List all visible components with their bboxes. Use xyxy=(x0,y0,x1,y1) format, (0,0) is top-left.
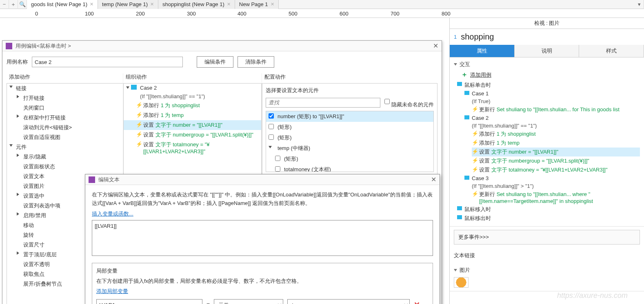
tree-group-links[interactable]: 链接 xyxy=(7,84,123,93)
list-item[interactable]: (矩形) xyxy=(266,154,433,164)
delete-icon[interactable]: ✕ xyxy=(414,300,420,304)
tab-notes[interactable]: 说明 xyxy=(515,45,580,57)
close-icon[interactable]: ✕ xyxy=(431,176,436,183)
ruler: 0 100 200 300 400 500 600 700 800 xyxy=(0,9,644,18)
tree-item[interactable]: 在框架中打开链接 xyxy=(7,113,123,123)
close-icon[interactable]: ✕ xyxy=(150,2,154,7)
case-node[interactable]: Case 1 xyxy=(464,90,640,97)
close-icon[interactable]: ✕ xyxy=(271,2,274,7)
widget-list[interactable]: number (矩形) to "[[LVAR1]]" (矩形) (矩形) tem… xyxy=(266,111,434,172)
checkbox[interactable] xyxy=(269,124,274,129)
page-title: shopping xyxy=(461,32,494,42)
text-link-section: 文本链接 xyxy=(450,248,644,263)
dialog-title: 编辑文本 xyxy=(98,176,431,183)
case-condition: (If "[[Item.shuliang]]" == "1") xyxy=(464,122,640,130)
case-node[interactable]: Case 2 xyxy=(464,114,640,122)
expression-textarea[interactable]: [[LVAR1]] xyxy=(92,220,433,256)
action-row[interactable]: ⚡设置 文字于 totalmoney = "¥[[LVAR1+LVAR2+LVA… xyxy=(472,165,640,174)
app-logo-icon xyxy=(6,43,12,49)
tab-newpage[interactable]: New Page 1✕ xyxy=(235,0,279,9)
checkbox[interactable] xyxy=(275,166,280,172)
add-actions-header: 添加动作 xyxy=(7,73,123,81)
bolt-icon: ⚡ xyxy=(472,106,478,112)
list-item[interactable]: totalmoney (文本框) xyxy=(266,164,433,172)
local-var-type-select[interactable]: 元件 xyxy=(214,299,283,304)
zoom-in-icon[interactable]: ＋ xyxy=(9,0,18,9)
chevron-down-icon xyxy=(454,269,457,271)
search-icon[interactable]: 🔍 xyxy=(18,0,27,9)
action-row[interactable]: ⚡设置 文字于 numbergroup = "[[LVAR1.split(¥)]… xyxy=(472,156,640,165)
tree-item[interactable]: 设置面板状态 xyxy=(7,162,123,172)
action-row[interactable]: ⚡更新行 Set shuliang to "[[Item.shulian... … xyxy=(472,190,640,205)
image-thumbnail[interactable] xyxy=(454,277,469,288)
list-item[interactable]: number (矩形) to "[[LVAR1]]" xyxy=(266,111,433,122)
bolt-icon: ⚡ xyxy=(472,139,478,145)
tree-item[interactable]: 关闭窗口 xyxy=(7,103,123,113)
bolt-icon: ⚡ xyxy=(472,191,478,197)
list-group[interactable]: temp (中继器) xyxy=(266,143,433,154)
local-var-target-select[interactable]: temp xyxy=(287,299,410,304)
event-mouseleave[interactable]: 鼠标移出时 xyxy=(457,214,640,223)
tree-item[interactable]: 滚动到元件<锚链接> xyxy=(7,123,123,132)
action-row[interactable]: ⚡添加行 1 为 shoppinglist xyxy=(472,130,640,139)
list-item[interactable]: (矩形) xyxy=(266,132,433,143)
close-icon[interactable]: ✕ xyxy=(90,2,93,7)
bolt-icon: ⚡ xyxy=(472,166,478,172)
action-row[interactable]: ⚡添加行 1 为 temp xyxy=(472,139,640,148)
case-icon xyxy=(464,176,469,180)
local-var-name-input[interactable] xyxy=(96,299,202,304)
tree-group-widgets[interactable]: 元件 xyxy=(7,142,123,152)
inspector-tabs: 属性 说明 样式 xyxy=(450,45,644,57)
tree-item[interactable]: 显示/隐藏 xyxy=(7,152,123,162)
clear-condition-button[interactable]: 清除条件 xyxy=(238,56,274,68)
case-icon xyxy=(464,91,469,95)
image-section-header[interactable]: 图片 xyxy=(454,267,640,274)
case-node[interactable]: Case 2 xyxy=(124,84,261,92)
event-icon xyxy=(457,215,462,219)
event-mouseenter[interactable]: 鼠标移入时 xyxy=(457,205,640,214)
interactions-section-header[interactable]: 交互 xyxy=(454,61,640,68)
checkbox[interactable] xyxy=(275,156,280,161)
tab-shoppinglist[interactable]: shoppinglist (New Page 1)✕ xyxy=(158,0,235,9)
tabs-dropdown-icon[interactable]: ▾ xyxy=(635,0,644,9)
zoom-out-icon[interactable]: − xyxy=(0,0,9,9)
local-vars-help: 在下方创建用于插入fx的局部变量，局部变量名称必须是字母、数字，不允许包含空格。 xyxy=(96,277,429,286)
action-row[interactable]: ⚡添加行 1 为 temp xyxy=(124,110,261,120)
tab-goods-list[interactable]: goods list (New Page 1)✕ xyxy=(27,0,98,9)
edit-condition-button[interactable]: 编辑条件 xyxy=(197,56,233,68)
case-name-input[interactable] xyxy=(32,57,183,67)
hide-unnamed-checkbox[interactable]: 隐藏未命名的元件 xyxy=(384,97,434,108)
list-item[interactable]: (矩形) xyxy=(266,122,433,132)
action-row[interactable]: ⚡设置 文字于 totalmoney = "¥[[LVAR1+LVAR2+LVA… xyxy=(124,140,261,156)
case-name-label: 用例名称 xyxy=(7,58,28,66)
tab-temp[interactable]: temp (New Page 1)✕ xyxy=(98,0,158,9)
tree-item[interactable]: 设置自适应视图 xyxy=(7,132,123,142)
checkbox[interactable] xyxy=(269,113,274,119)
insert-variable-link[interactable]: 插入变量或函数... xyxy=(92,210,433,218)
bolt-icon: ⚡ xyxy=(472,130,478,137)
dialog-title: 用例编辑<鼠标单击时 > xyxy=(16,42,433,50)
event-onclick[interactable]: 鼠标单击时 xyxy=(457,81,640,90)
widget-search-input[interactable] xyxy=(266,98,380,108)
action-row[interactable]: ⚡更新行 Set shuliang to "[[Item.shulian... … xyxy=(472,105,640,114)
close-icon[interactable]: ✕ xyxy=(433,42,438,50)
tab-properties[interactable]: 属性 xyxy=(450,45,515,57)
dialog-header[interactable]: 编辑文本 ✕ xyxy=(85,174,440,185)
checkbox[interactable] xyxy=(269,134,274,140)
case-node[interactable]: Case 3 xyxy=(464,174,640,182)
action-row[interactable]: ⚡设置 文字于 numbergroup = "[[LVAR1.split(¥)]… xyxy=(124,130,261,140)
case-condition: (If "[[Item.shuliang]]" == "1") xyxy=(124,92,261,101)
event-icon xyxy=(457,82,462,86)
close-icon[interactable]: ✕ xyxy=(227,2,231,7)
add-case-link[interactable]: ＋添加用例 xyxy=(454,68,640,79)
add-local-var-link[interactable]: 添加局部变量 xyxy=(96,288,429,295)
action-row-selected[interactable]: ⚡设置 文字于 number = "[[LVAR1]]" xyxy=(472,148,640,156)
configure-action-header: 配置动作 xyxy=(262,73,437,81)
tab-style[interactable]: 样式 xyxy=(579,45,644,57)
organize-actions-header: 组织动作 xyxy=(123,73,262,81)
action-row-selected[interactable]: ⚡设置 文字于 number = "[[LVAR1]]" xyxy=(124,120,261,130)
more-events-button[interactable]: 更多事件>>> xyxy=(454,230,640,245)
dialog-header[interactable]: 用例编辑<鼠标单击时 > ✕ xyxy=(2,41,442,51)
tree-item[interactable]: 打开链接 xyxy=(7,93,123,103)
action-row[interactable]: ⚡添加行 1 为 shoppinglist xyxy=(124,101,261,110)
